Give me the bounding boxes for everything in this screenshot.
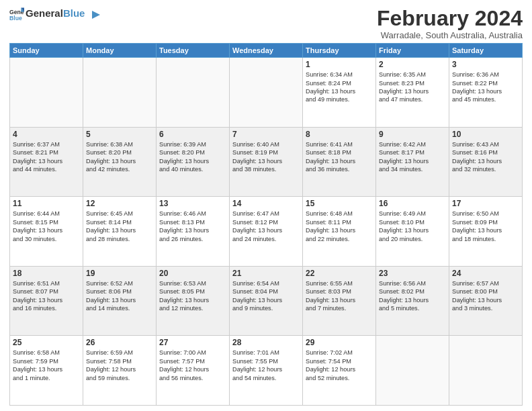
day-number: 11: [13, 199, 80, 208]
day-number: 26: [86, 338, 153, 347]
calendar-cell: 21Sunrise: 6:54 AMSunset: 8:04 PMDayligh…: [230, 266, 303, 336]
day-number: 16: [379, 199, 446, 208]
month-year-title: February 2024: [377, 7, 523, 30]
day-number: 9: [379, 130, 446, 139]
day-number: 27: [159, 338, 226, 347]
calendar-cell: 7Sunrise: 6:40 AMSunset: 8:19 PMDaylight…: [230, 127, 303, 197]
calendar-cell: 26Sunrise: 6:59 AMSunset: 7:58 PMDayligh…: [83, 336, 157, 406]
day-detail: Sunrise: 6:53 AMSunset: 8:05 PMDaylight:…: [159, 279, 226, 313]
day-detail: Sunrise: 6:43 AMSunset: 8:16 PMDaylight:…: [452, 140, 519, 174]
day-number: 6: [159, 130, 226, 139]
calendar-cell: 27Sunrise: 7:00 AMSunset: 7:57 PMDayligh…: [157, 336, 230, 406]
day-detail: Sunrise: 6:56 AMSunset: 8:02 PMDaylight:…: [379, 279, 446, 313]
day-number: 13: [159, 199, 226, 208]
calendar-cell: 16Sunrise: 6:49 AMSunset: 8:10 PMDayligh…: [376, 197, 449, 267]
calendar-cell: 5Sunrise: 6:38 AMSunset: 8:20 PMDaylight…: [83, 127, 157, 197]
header-tuesday: Tuesday: [157, 44, 230, 58]
day-number: 10: [452, 130, 519, 139]
day-number: 25: [13, 338, 80, 347]
calendar-cell: 23Sunrise: 6:56 AMSunset: 8:02 PMDayligh…: [376, 266, 449, 336]
day-number: 18: [13, 269, 80, 278]
day-number: 4: [13, 130, 80, 139]
day-detail: Sunrise: 6:49 AMSunset: 8:10 PMDaylight:…: [379, 210, 446, 243]
day-detail: Sunrise: 6:46 AMSunset: 8:13 PMDaylight:…: [159, 210, 226, 243]
calendar-cell: 6Sunrise: 6:39 AMSunset: 8:20 PMDaylight…: [157, 127, 230, 197]
day-number: 28: [232, 338, 300, 347]
header-friday: Friday: [376, 44, 449, 58]
calendar-cell: [83, 58, 157, 128]
calendar-cell: [230, 58, 303, 128]
header-wednesday: Wednesday: [230, 44, 303, 58]
calendar-cell: 4Sunrise: 6:37 AMSunset: 8:21 PMDaylight…: [10, 127, 83, 197]
svg-text:Blue: Blue: [9, 15, 22, 21]
header-monday: Monday: [83, 44, 157, 58]
calendar-cell: 1Sunrise: 6:34 AMSunset: 8:24 PMDaylight…: [303, 58, 376, 128]
header-thursday: Thursday: [303, 44, 376, 58]
day-detail: Sunrise: 7:01 AMSunset: 7:55 PMDaylight:…: [232, 349, 300, 382]
day-detail: Sunrise: 7:02 AMSunset: 7:54 PMDaylight:…: [306, 349, 373, 382]
weekday-header-row: Sunday Monday Tuesday Wednesday Thursday…: [10, 44, 523, 58]
calendar-cell: 13Sunrise: 6:46 AMSunset: 8:13 PMDayligh…: [157, 197, 230, 267]
day-number: 15: [306, 199, 373, 208]
logo-arrow-icon: [89, 9, 100, 20]
calendar-week-row: 1Sunrise: 6:34 AMSunset: 8:24 PMDaylight…: [10, 58, 523, 128]
day-detail: Sunrise: 6:39 AMSunset: 8:20 PMDaylight:…: [159, 140, 226, 174]
day-detail: Sunrise: 6:34 AMSunset: 8:24 PMDaylight:…: [306, 71, 373, 104]
calendar-cell: 18Sunrise: 6:51 AMSunset: 8:07 PMDayligh…: [10, 266, 83, 336]
day-detail: Sunrise: 6:51 AMSunset: 8:07 PMDaylight:…: [13, 279, 80, 313]
title-block: February 2024 Warradale, South Australia…: [377, 7, 523, 40]
day-number: 8: [306, 130, 373, 139]
logo-text: GeneralBlue: [26, 8, 100, 19]
day-detail: Sunrise: 6:44 AMSunset: 8:15 PMDaylight:…: [13, 210, 80, 243]
calendar-week-row: 11Sunrise: 6:44 AMSunset: 8:15 PMDayligh…: [10, 197, 523, 267]
day-number: 7: [232, 130, 300, 139]
header: General Blue GeneralBlue February 2024 W…: [9, 7, 523, 40]
calendar-cell: [449, 336, 523, 406]
calendar-cell: 24Sunrise: 6:57 AMSunset: 8:00 PMDayligh…: [449, 266, 523, 336]
calendar-cell: 22Sunrise: 6:55 AMSunset: 8:03 PMDayligh…: [303, 266, 376, 336]
day-detail: Sunrise: 6:42 AMSunset: 8:17 PMDaylight:…: [379, 140, 446, 174]
day-detail: Sunrise: 6:41 AMSunset: 8:18 PMDaylight:…: [306, 140, 373, 174]
day-detail: Sunrise: 6:47 AMSunset: 8:12 PMDaylight:…: [232, 210, 300, 243]
calendar-cell: 2Sunrise: 6:35 AMSunset: 8:23 PMDaylight…: [376, 58, 449, 128]
day-number: 2: [379, 60, 446, 69]
calendar-cell: 8Sunrise: 6:41 AMSunset: 8:18 PMDaylight…: [303, 127, 376, 197]
day-number: 20: [159, 269, 226, 278]
calendar-week-row: 18Sunrise: 6:51 AMSunset: 8:07 PMDayligh…: [10, 266, 523, 336]
calendar-cell: 11Sunrise: 6:44 AMSunset: 8:15 PMDayligh…: [10, 197, 83, 267]
day-detail: Sunrise: 6:45 AMSunset: 8:14 PMDaylight:…: [86, 210, 153, 243]
calendar-cell: 10Sunrise: 6:43 AMSunset: 8:16 PMDayligh…: [449, 127, 523, 197]
calendar-cell: 29Sunrise: 7:02 AMSunset: 7:54 PMDayligh…: [303, 336, 376, 406]
calendar-cell: 25Sunrise: 6:58 AMSunset: 7:59 PMDayligh…: [10, 336, 83, 406]
calendar-week-row: 25Sunrise: 6:58 AMSunset: 7:59 PMDayligh…: [10, 336, 523, 406]
logo-icon: General Blue: [9, 7, 24, 21]
day-number: 14: [232, 199, 300, 208]
day-number: 1: [306, 60, 373, 69]
calendar-cell: [376, 336, 449, 406]
day-detail: Sunrise: 6:52 AMSunset: 8:06 PMDaylight:…: [86, 279, 153, 313]
day-detail: Sunrise: 6:59 AMSunset: 7:58 PMDaylight:…: [86, 349, 153, 382]
day-detail: Sunrise: 6:37 AMSunset: 8:21 PMDaylight:…: [13, 140, 80, 174]
day-number: 12: [86, 199, 153, 208]
day-number: 19: [86, 269, 153, 278]
calendar-cell: 17Sunrise: 6:50 AMSunset: 8:09 PMDayligh…: [449, 197, 523, 267]
svg-marker-4: [92, 11, 100, 19]
day-number: 29: [306, 338, 373, 347]
logo: General Blue GeneralBlue: [9, 7, 100, 21]
day-detail: Sunrise: 6:58 AMSunset: 7:59 PMDaylight:…: [13, 349, 80, 382]
calendar-cell: 19Sunrise: 6:52 AMSunset: 8:06 PMDayligh…: [83, 266, 157, 336]
calendar-cell: 14Sunrise: 6:47 AMSunset: 8:12 PMDayligh…: [230, 197, 303, 267]
header-sunday: Sunday: [10, 44, 83, 58]
day-detail: Sunrise: 6:38 AMSunset: 8:20 PMDaylight:…: [86, 140, 153, 174]
calendar-cell: 15Sunrise: 6:48 AMSunset: 8:11 PMDayligh…: [303, 197, 376, 267]
day-detail: Sunrise: 6:54 AMSunset: 8:04 PMDaylight:…: [232, 279, 300, 313]
calendar-cell: 9Sunrise: 6:42 AMSunset: 8:17 PMDaylight…: [376, 127, 449, 197]
day-detail: Sunrise: 6:40 AMSunset: 8:19 PMDaylight:…: [232, 140, 300, 174]
day-number: 5: [86, 130, 153, 139]
calendar-cell: 12Sunrise: 6:45 AMSunset: 8:14 PMDayligh…: [83, 197, 157, 267]
day-number: 24: [452, 269, 519, 278]
day-detail: Sunrise: 7:00 AMSunset: 7:57 PMDaylight:…: [159, 349, 226, 382]
page: General Blue GeneralBlue February 2024 W…: [0, 0, 532, 411]
calendar-cell: 20Sunrise: 6:53 AMSunset: 8:05 PMDayligh…: [157, 266, 230, 336]
header-saturday: Saturday: [449, 44, 523, 58]
